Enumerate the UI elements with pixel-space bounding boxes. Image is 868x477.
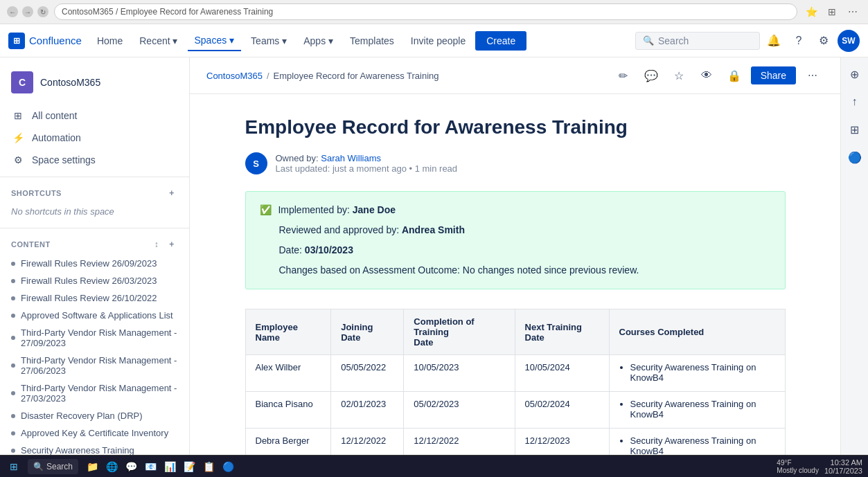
right-panel-btn-2[interactable]: ↑ (844, 91, 866, 113)
sidebar-page-vendor-3[interactable]: Third-Party Vendor Risk Management - 27/… (0, 379, 189, 407)
extension-btn-2[interactable]: ⊞ (824, 3, 840, 20)
right-panel-btn-4[interactable]: 🔵 (844, 146, 866, 168)
nav-item-home[interactable]: Home (90, 31, 130, 51)
td-joining-alex: 05/05/2022 (331, 355, 404, 392)
nav-item-recent[interactable]: Recent ▾ (132, 31, 184, 51)
taskbar-icon-7[interactable]: 📋 (200, 458, 217, 475)
updated-label: Last updated: (276, 163, 330, 174)
start-button[interactable]: ⊞ (6, 458, 22, 475)
sidebar-page-firewall-3[interactable]: Firewall Rules Review 26/10/2022 (0, 289, 189, 307)
reviewed-name: Andrea Smith (402, 224, 465, 235)
nav-recent-label: Recent ▾ (139, 35, 177, 46)
taskbar-search[interactable]: 🔍 Search (28, 459, 78, 474)
edit-button[interactable]: ✏ (612, 64, 635, 87)
td-name-alex: Alex Wilber (245, 355, 331, 392)
share-button[interactable]: Share (751, 66, 796, 84)
nav-invite-people[interactable]: Invite people (404, 31, 472, 51)
help-button[interactable]: ? (788, 30, 810, 52)
content-add-button[interactable]: + (166, 238, 178, 251)
td-next-alex: 10/05/2024 (515, 355, 609, 392)
notification-bell[interactable]: 🔔 (763, 30, 785, 52)
shortcuts-actions: + (166, 187, 178, 199)
confluence-logo-text: Confluence (29, 35, 82, 46)
sidebar-page-vendor-2[interactable]: Third-Party Vendor Risk Management - 27/… (0, 352, 189, 379)
watch-button[interactable]: 👁 (696, 64, 718, 87)
page-meta: S Owned by: Sarah Williams Last updated:… (245, 152, 786, 174)
td-joining-debra: 12/12/2022 (331, 429, 404, 456)
star-button[interactable]: ☆ (668, 64, 690, 87)
url-text: ContosoM365 / Employee Record for Awaren… (62, 7, 273, 17)
browser-controls: ← → ↻ (7, 6, 48, 17)
sidebar-page-firewall-1[interactable]: Firewall Rules Review 26/09/2023 (0, 255, 189, 272)
date-value: 03/10/2023 (305, 244, 353, 255)
nav-apps-label: Apps ▾ (303, 35, 333, 46)
page-bullet (11, 449, 15, 453)
author-avatar: S (245, 152, 267, 174)
nav-invite-label: Invite people (411, 35, 466, 46)
updated-time: just a moment ago • (333, 163, 415, 174)
sidebar-item-space-settings[interactable]: ⚙ Space settings (0, 149, 189, 171)
more-actions-button[interactable]: ⋯ (801, 64, 824, 87)
restrict-button[interactable]: 🔒 (723, 64, 745, 87)
weather-widget: 49°F Mostly cloudy (777, 459, 819, 474)
page-label: Approved Key & Certificate Inventory (21, 428, 168, 438)
page-content: Employee Record for Awareness Training S… (204, 94, 827, 455)
create-button[interactable]: Create (475, 31, 526, 51)
list-item: Security Awareness Training on KnowB4 (630, 399, 775, 420)
extension-btn-1[interactable]: ⭐ (803, 3, 820, 20)
user-avatar[interactable]: SW (838, 30, 860, 52)
nav-item-templates[interactable]: Templates (343, 31, 401, 51)
td-courses-alex: Security Awareness Training on KnowB4 (609, 355, 785, 392)
sidebar-page-vendor-1[interactable]: Third-Party Vendor Risk Management - 27/… (0, 324, 189, 352)
th-completion-date: Completion of Training Date (404, 309, 515, 355)
page-bullet (11, 279, 15, 283)
sidebar-page-drp[interactable]: Disaster Recovery Plan (DRP) (0, 407, 189, 424)
taskbar-icon-4[interactable]: 📧 (142, 458, 159, 475)
content-sort-button[interactable]: ↕ (150, 238, 163, 251)
sidebar-page-firewall-2[interactable]: Firewall Rules Review 26/03/2023 (0, 272, 189, 289)
list-item: Security Awareness Training on KnowB4 (630, 362, 775, 383)
sidebar-item-all-content[interactable]: ⊞ All content (0, 105, 189, 127)
page-actions: ✏ 💬 ☆ 👁 🔒 Share ⋯ (612, 64, 824, 87)
page-label: Firewall Rules Review 26/09/2023 (21, 258, 157, 269)
nav-item-apps[interactable]: Apps ▾ (296, 31, 340, 51)
employee-table: Employee Name Joining Date Completion of… (245, 309, 786, 455)
comment-button[interactable]: 💬 (640, 64, 662, 87)
td-joining-bianca: 02/01/2023 (331, 392, 404, 429)
nav-teams-label: Teams ▾ (251, 35, 287, 46)
search-box[interactable]: 🔍 Search (635, 32, 760, 50)
sidebar-page-approved-key[interactable]: Approved Key & Certificate Inventory (0, 424, 189, 442)
table-row: Alex Wilber 05/05/2022 10/05/2023 10/05/… (245, 355, 785, 392)
page-bullet (11, 391, 15, 395)
table-body: Alex Wilber 05/05/2022 10/05/2023 10/05/… (245, 355, 785, 456)
extension-btn-3[interactable]: ⋯ (844, 3, 861, 20)
nav-item-teams[interactable]: Teams ▾ (244, 31, 294, 51)
taskbar-icon-3[interactable]: 💬 (123, 458, 139, 475)
taskbar-icon-5[interactable]: 📊 (161, 458, 178, 475)
confluence-logo[interactable]: ⊞ Confluence (8, 33, 82, 49)
taskbar-sys-tray: 49°F Mostly cloudy 10:32 AM 10/17/2023 (777, 458, 862, 475)
info-box-changes: Changes based on Assessment Outcome: No … (260, 263, 771, 278)
refresh-button[interactable]: ↻ (37, 6, 48, 17)
settings-button[interactable]: ⚙ (813, 30, 835, 52)
breadcrumb-space-link[interactable]: ContosoM365 (206, 71, 263, 81)
nav-item-spaces[interactable]: Spaces ▾ (188, 30, 242, 51)
back-button[interactable]: ← (7, 6, 18, 17)
taskbar-icon-1[interactable]: 📁 (84, 458, 100, 475)
th-completion-label-2: Date (414, 337, 433, 348)
taskbar-icon-8[interactable]: 🔵 (220, 458, 236, 475)
right-panel-btn-1[interactable]: ⊕ (844, 63, 866, 85)
space-header[interactable]: C ContosoM365 (0, 66, 189, 99)
forward-button[interactable]: → (22, 6, 33, 17)
taskbar-time-value: 10:32 AM (824, 458, 862, 467)
td-courses-bianca: Security Awareness Training on KnowB4 (609, 392, 785, 429)
sidebar-page-security-awareness[interactable]: Security Awareness Training (0, 442, 189, 455)
sidebar-page-approved-software[interactable]: Approved Software & Applications List (0, 307, 189, 324)
breadcrumb-separator: / (267, 71, 269, 81)
sidebar-item-automation[interactable]: ⚡ Automation (0, 127, 189, 149)
browser-url[interactable]: ContosoM365 / Employee Record for Awaren… (54, 3, 797, 20)
right-panel-btn-3[interactable]: ⊞ (844, 118, 866, 141)
taskbar-icon-6[interactable]: 📝 (181, 458, 197, 475)
taskbar-icon-2[interactable]: 🌐 (103, 458, 120, 475)
shortcuts-add-button[interactable]: + (166, 187, 178, 199)
